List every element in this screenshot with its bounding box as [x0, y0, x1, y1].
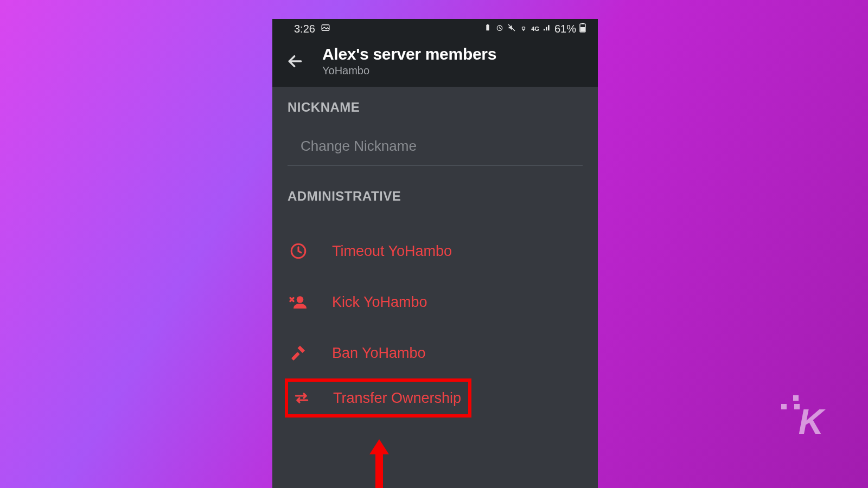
nickname-placeholder: Change Nickname — [301, 138, 417, 154]
svg-rect-1 — [487, 24, 489, 30]
phone-screen: 3:26 4G 61% Alex's server members YoHamb… — [272, 19, 598, 488]
svg-rect-7 — [580, 27, 585, 31]
svg-rect-2 — [487, 24, 489, 24]
hammer-icon — [288, 342, 309, 364]
content-area: NICKNAME Change Nickname ADMINISTRATIVE … — [272, 87, 598, 418]
battery-saver-icon — [483, 23, 492, 35]
transfer-ownership-action[interactable]: Transfer Ownership — [285, 378, 471, 418]
picture-icon — [321, 23, 330, 35]
section-administrative-label: ADMINISTRATIVE — [272, 189, 598, 204]
section-nickname-label: NICKNAME — [272, 100, 598, 115]
watermark: K — [790, 395, 821, 436]
nickname-input[interactable]: Change Nickname — [288, 138, 583, 166]
kick-label: Kick YoHambo — [332, 294, 427, 311]
svg-rect-12 — [291, 352, 300, 361]
timeout-label: Timeout YoHambo — [332, 243, 452, 260]
svg-rect-8 — [582, 23, 584, 24]
clock-icon — [288, 240, 309, 262]
alarm-icon — [495, 23, 504, 35]
timeout-action[interactable]: Timeout YoHambo — [272, 226, 598, 277]
network-4g-icon: 4G — [531, 25, 539, 32]
signal-icon — [542, 23, 551, 35]
transfer-label: Transfer Ownership — [333, 390, 461, 407]
svg-point-5 — [523, 29, 524, 30]
ban-label: Ban YoHambo — [332, 345, 426, 362]
page-title: Alex's server members — [322, 45, 496, 63]
battery-percent: 61% — [554, 23, 576, 35]
back-button[interactable] — [286, 53, 304, 70]
screen-header: Alex's server members YoHambo — [272, 38, 598, 87]
kick-user-icon — [288, 291, 309, 313]
transfer-icon — [291, 387, 312, 409]
svg-point-11 — [297, 296, 304, 303]
wifi-icon — [519, 23, 528, 35]
watermark-letter: K — [799, 408, 821, 436]
battery-icon — [579, 23, 586, 35]
page-subtitle: YoHambo — [322, 65, 496, 77]
kick-action[interactable]: Kick YoHambo — [272, 277, 598, 328]
status-time: 3:26 — [294, 23, 315, 35]
annotation-arrow — [369, 439, 389, 488]
ban-action[interactable]: Ban YoHambo — [272, 328, 598, 378]
mute-icon — [507, 23, 516, 35]
status-bar: 3:26 4G 61% — [272, 19, 598, 38]
